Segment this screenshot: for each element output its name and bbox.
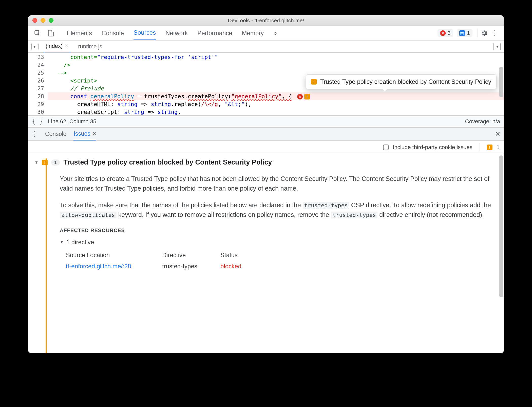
- show-debugger-pane-button[interactable]: ◂: [493, 43, 501, 50]
- status-chips: ✕ 3 ▤ 1: [438, 29, 475, 37]
- error-icon: ✕: [297, 94, 303, 99]
- warning-icon: !: [42, 160, 48, 165]
- source-location-link[interactable]: tt-enforced.glitch.me/:28: [66, 262, 162, 271]
- affected-resources-heading: AFFECTED RESOURCES: [60, 227, 492, 234]
- third-party-label: Include third-party cookie issues: [393, 144, 472, 151]
- pretty-print-icon[interactable]: { }: [32, 118, 43, 125]
- separator: [480, 143, 480, 151]
- issue-paragraph-1: Your site tries to create a Trusted Type…: [60, 174, 492, 193]
- directive-cell: trusted-types: [162, 262, 220, 271]
- warning-icon: !: [311, 79, 317, 85]
- issue-description: Your site tries to create a Trusted Type…: [34, 166, 498, 271]
- scrollbar-thumb[interactable]: [499, 67, 503, 97]
- line-gutter: 2324252627282930: [28, 53, 48, 115]
- device-toggle-icon[interactable]: [47, 30, 54, 37]
- code-snippet: trusted-types: [331, 212, 377, 218]
- issues-panel: ▼ ! 1 Trusted Type policy creation block…: [28, 154, 504, 353]
- tab-console[interactable]: Console: [102, 26, 124, 40]
- code-snippet: allow-duplicates: [60, 212, 117, 218]
- cursor-position: Line 62, Column 35: [48, 118, 96, 125]
- issue-paragraph-2: To solve this, make sure that the names …: [60, 200, 492, 219]
- directive-summary-row[interactable]: ▼ 1 directive: [60, 238, 492, 247]
- messages-count: 1: [467, 30, 470, 36]
- third-party-checkbox[interactable]: [383, 145, 389, 150]
- messages-chip[interactable]: ▤ 1: [457, 29, 472, 37]
- warning-icon: !: [487, 145, 492, 150]
- warning-count: 1: [497, 144, 500, 151]
- drawer-kebab-icon[interactable]: ⋮: [31, 130, 38, 138]
- devtools-window: DevTools - tt-enforced.glitch.me/ Elemen…: [28, 15, 504, 353]
- file-tabbar: ▸ (index) ✕ runtime.js ◂: [28, 40, 504, 53]
- issues-toolbar: Include third-party cookie issues ! 1: [28, 141, 504, 154]
- drawer-tab-label: Issues: [73, 130, 90, 137]
- scrollbar-thumb[interactable]: [499, 155, 503, 297]
- table-header: Directive: [162, 251, 220, 260]
- editor-status-bar: { } Line 62, Column 35 Coverage: n/a: [28, 115, 504, 128]
- inspect-element-icon[interactable]: [34, 30, 41, 37]
- tab-performance[interactable]: Performance: [197, 26, 232, 40]
- tab-memory[interactable]: Memory: [242, 26, 264, 40]
- tab-elements[interactable]: Elements: [67, 26, 92, 40]
- drawer-tab-console[interactable]: Console: [45, 128, 66, 140]
- file-tab-index[interactable]: (index) ✕: [43, 40, 71, 52]
- issue-title: Trusted Type policy creation blocked by …: [63, 158, 272, 166]
- issue-severity-bar: [46, 158, 47, 353]
- issue-tooltip: ! Trusted Type policy creation blocked b…: [306, 74, 497, 89]
- svg-rect-2: [51, 32, 54, 36]
- warning-icon: !: [304, 94, 310, 99]
- file-tab-label: (index): [46, 43, 63, 49]
- issue-count-badge: 1: [51, 159, 60, 166]
- affected-resources-table: Source Location Directive Status tt-enfo…: [60, 251, 492, 271]
- close-icon[interactable]: ✕: [92, 131, 96, 136]
- close-icon[interactable]: ✕: [65, 43, 68, 49]
- settings-gear-icon[interactable]: [481, 30, 488, 37]
- directive-summary: 1 directive: [66, 238, 94, 247]
- drawer-tabs: ⋮ Console Issues ✕ ✕: [28, 128, 504, 141]
- message-icon: ▤: [459, 30, 465, 36]
- table-header: Status: [220, 251, 271, 260]
- disclosure-triangle-icon[interactable]: ▼: [60, 239, 64, 245]
- error-icon: ✕: [440, 30, 446, 36]
- drawer-tab-issues[interactable]: Issues ✕: [73, 128, 96, 140]
- close-drawer-icon[interactable]: ✕: [495, 130, 501, 138]
- disclosure-triangle-icon[interactable]: ▼: [34, 160, 39, 165]
- main-toolbar: Elements Console Sources Network Perform…: [28, 26, 504, 40]
- code-snippet: trusted-types: [303, 202, 349, 209]
- more-panels-button[interactable]: »: [273, 26, 277, 40]
- tab-network[interactable]: Network: [165, 26, 188, 40]
- errors-chip[interactable]: ✕ 3: [438, 29, 453, 37]
- tooltip-text: Trusted Type policy creation blocked by …: [320, 78, 491, 85]
- panel-tabs: Elements Console Sources Network Perform…: [58, 26, 277, 40]
- show-navigator-button[interactable]: ▸: [31, 43, 39, 50]
- window-title: DevTools - tt-enforced.glitch.me/: [28, 17, 504, 24]
- kebab-menu-icon[interactable]: ⋮: [488, 29, 502, 37]
- coverage-status: Coverage: n/a: [465, 118, 500, 125]
- file-tab-runtime[interactable]: runtime.js: [75, 40, 105, 52]
- issue-header[interactable]: ▼ ! 1 Trusted Type policy creation block…: [34, 158, 498, 166]
- tab-sources[interactable]: Sources: [134, 26, 156, 40]
- errors-count: 3: [448, 30, 451, 36]
- source-editor[interactable]: 2324252627282930 content="require-truste…: [28, 53, 504, 115]
- window-titlebar: DevTools - tt-enforced.glitch.me/: [28, 15, 504, 26]
- file-tab-label: runtime.js: [78, 43, 102, 50]
- separator: [478, 29, 478, 37]
- status-cell: blocked: [220, 262, 271, 271]
- table-header: Source Location: [66, 251, 162, 260]
